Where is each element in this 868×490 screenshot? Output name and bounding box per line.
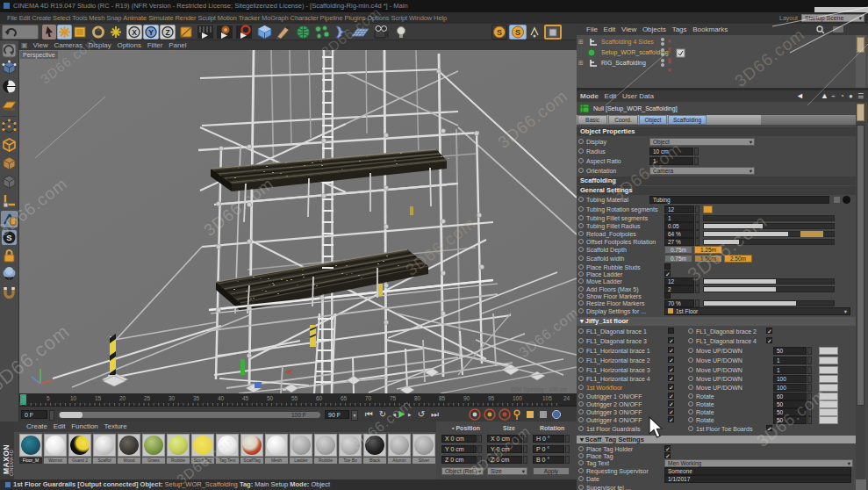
svg-text:Z: Z <box>165 28 169 37</box>
svg-text:85: 85 <box>439 395 446 401</box>
svg-text:Y: Y <box>148 28 154 37</box>
svg-text:100: 100 <box>513 395 522 401</box>
svg-text:50: 50 <box>267 395 274 401</box>
svg-text:35: 35 <box>193 395 200 401</box>
svg-text:X: X <box>132 28 137 37</box>
svg-text:75: 75 <box>390 395 397 401</box>
svg-text:20: 20 <box>119 395 126 401</box>
svg-text:60: 60 <box>316 395 323 401</box>
svg-text:90: 90 <box>463 395 470 401</box>
svg-text:S: S <box>497 28 502 37</box>
svg-text:5: 5 <box>47 395 50 401</box>
svg-text:40: 40 <box>218 395 225 401</box>
svg-text:S: S <box>515 28 520 37</box>
svg-text:105: 105 <box>542 395 552 401</box>
svg-text:24: 24 <box>563 395 570 401</box>
svg-text:10: 10 <box>70 395 77 401</box>
svg-text:0: 0 <box>22 395 25 401</box>
svg-text:65: 65 <box>341 395 348 401</box>
svg-text:25: 25 <box>144 395 151 401</box>
svg-text:55: 55 <box>291 395 298 401</box>
svg-text:95: 95 <box>488 395 495 401</box>
svg-text:70: 70 <box>365 395 372 401</box>
svg-text:45: 45 <box>242 395 249 401</box>
svg-text:80: 80 <box>414 395 421 401</box>
svg-text:30: 30 <box>169 395 176 401</box>
svg-text:Grid Spacing : 100 cm: Grid Spacing : 100 cm <box>511 386 567 393</box>
svg-text:15: 15 <box>95 395 102 401</box>
